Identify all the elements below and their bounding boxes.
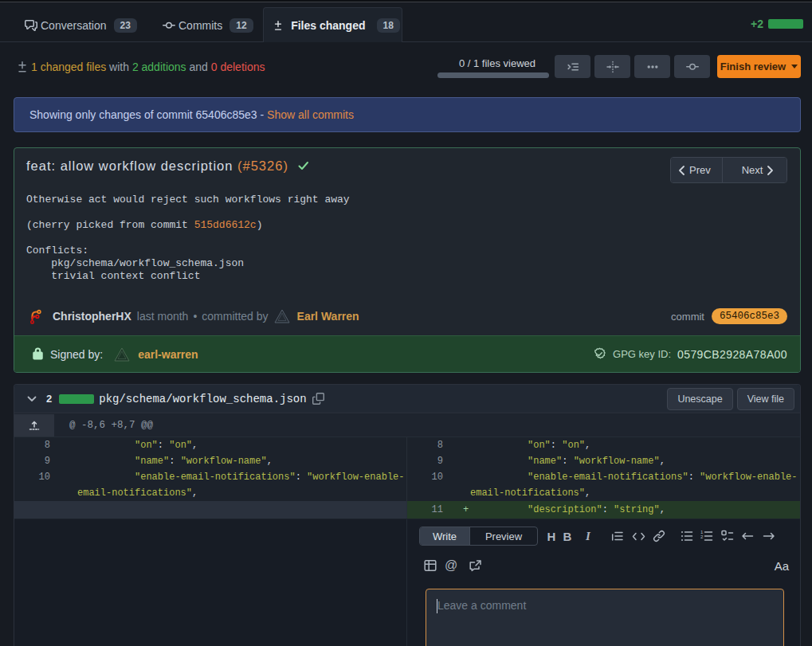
svg-text:2: 2 (700, 534, 704, 539)
